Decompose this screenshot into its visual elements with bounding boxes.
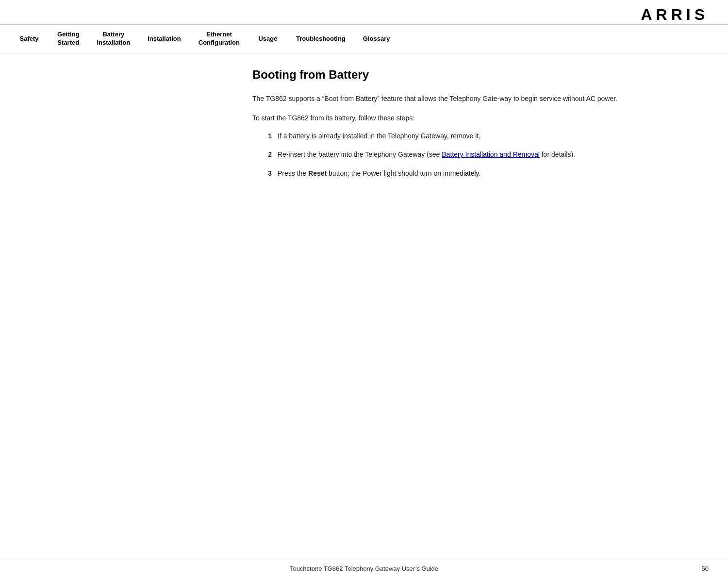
navigation-bar: Safety Getting Started Battery Installat… (0, 24, 728, 53)
nav-label-getting-started-line1: Getting (57, 31, 80, 39)
footer-center-text: Touchstone TG862 Telephony Gateway User’… (290, 565, 438, 572)
step-3-text-after: button; the Power light should turn on i… (327, 169, 480, 177)
nav-item-glossary[interactable]: Glossary (354, 31, 399, 47)
step-item-1: 1 If a battery is already installed in t… (257, 131, 626, 141)
step-2-text-before: Re-insert the battery into the Telephony… (278, 150, 442, 158)
nav-item-installation[interactable]: Installation (139, 31, 190, 47)
main-content: Booting from Battery The TG862 supports … (0, 53, 728, 201)
battery-installation-link[interactable]: Battery Installation and Removal (442, 150, 540, 158)
nav-label-troubleshooting: Troubleshooting (296, 35, 346, 43)
step-3-text-before: Press the (278, 169, 308, 177)
footer-page-number: 50 (702, 565, 709, 572)
nav-item-ethernet-configuration[interactable]: Ethernet Configuration (190, 27, 248, 51)
nav-label-battery-installation-line1: Battery (102, 31, 124, 39)
step-text-2: Re-insert the battery into the Telephony… (278, 149, 626, 160)
intro-paragraph: The TG862 supports a “Boot from Battery”… (252, 93, 631, 104)
step-3-bold-text: Reset (308, 169, 327, 177)
step-text-3: Press the Reset button; the Power light … (278, 168, 626, 179)
step-number-1: 1 (257, 131, 272, 141)
step-number-3: 3 (257, 168, 272, 179)
nav-label-ethernet-configuration-line1: Ethernet (206, 31, 232, 39)
step-number-2: 2 (257, 149, 272, 160)
page-title: Booting from Battery (252, 68, 709, 82)
nav-item-troubleshooting[interactable]: Troubleshooting (287, 31, 354, 47)
nav-item-safety[interactable]: Safety (10, 31, 49, 47)
nav-label-ethernet-configuration-line2: Configuration (199, 39, 240, 47)
steps-list: 1 If a battery is already installed in t… (257, 131, 709, 179)
steps-intro: To start the TG862 from its battery, fol… (252, 113, 631, 123)
nav-item-getting-started[interactable]: Getting Started (49, 27, 88, 51)
nav-item-usage[interactable]: Usage (248, 31, 287, 47)
nav-label-usage: Usage (258, 35, 277, 43)
nav-label-getting-started-line2: Started (57, 39, 79, 47)
nav-label-battery-installation-line2: Installation (97, 39, 131, 47)
nav-item-battery-installation[interactable]: Battery Installation (88, 27, 139, 51)
step-item-2: 2 Re-insert the battery into the Telepho… (257, 149, 626, 160)
page-footer: Touchstone TG862 Telephony Gateway User’… (0, 560, 728, 572)
page-header: ARRIS (0, 0, 728, 24)
left-sidebar (19, 68, 252, 186)
step-item-3: 3 Press the Reset button; the Power ligh… (257, 168, 626, 179)
step-2-text-after: for details). (540, 150, 575, 158)
content-area: Booting from Battery The TG862 supports … (252, 68, 709, 186)
arris-logo: ARRIS (641, 6, 709, 24)
nav-label-safety: Safety (19, 35, 38, 43)
nav-label-installation: Installation (148, 35, 181, 43)
step-text-1: If a battery is already installed in the… (278, 131, 626, 141)
nav-label-glossary: Glossary (363, 35, 390, 43)
